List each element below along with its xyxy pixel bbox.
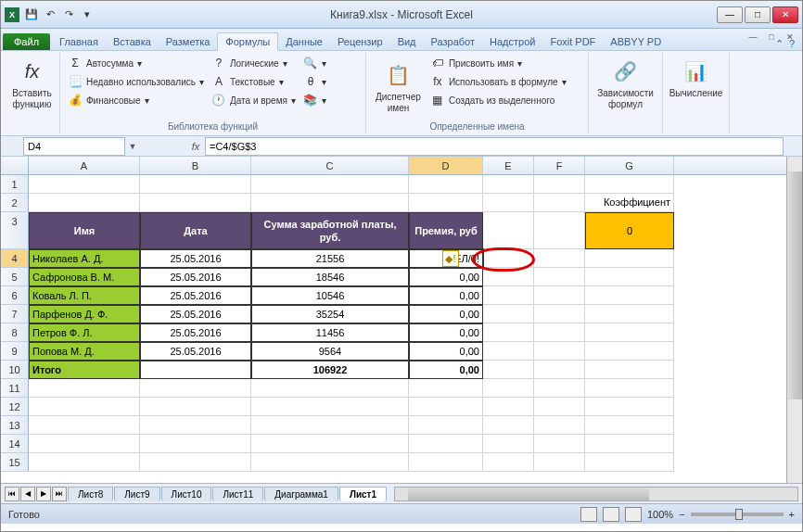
cell-D8[interactable]: 0,00 [409,323,483,342]
tab-abbyy[interactable]: ABBYY PD [603,33,669,50]
row-header-1[interactable]: 1 [1,175,29,194]
cell-G15[interactable] [585,453,674,472]
create-from-selection-button[interactable]: ▦Создать из выделенного [428,92,568,108]
cell-D6[interactable]: 0,00 [409,286,483,305]
sheet-nav-last[interactable]: ⏭ [52,487,67,501]
qat-dropdown-icon[interactable]: ▾ [79,6,96,23]
cell-F7[interactable] [534,305,585,323]
define-name-button[interactable]: 🏷Присвоить имя ▾ [428,55,568,71]
maximize-button[interactable]: □ [745,6,771,23]
cell-F11[interactable] [534,379,585,398]
tab-data[interactable]: Данные [278,33,330,50]
sheet-tab-Диаграмма1[interactable]: Диаграмма1 [264,487,338,501]
name-manager-button[interactable]: 📋 Диспетчер имен [372,55,425,120]
cell-D5[interactable]: 0,00 [409,268,483,286]
zoom-slider[interactable] [691,513,784,516]
cell-E3[interactable] [483,212,534,249]
page-layout-view-button[interactable] [603,507,619,522]
sheet-nav-first[interactable]: ⏮ [5,487,19,501]
financial-button[interactable]: 💰Финансовые ▾ [66,92,206,108]
cell-E5[interactable] [483,268,534,286]
cell-B10[interactable] [140,361,251,379]
cell-E2[interactable] [483,194,534,212]
cell-B4[interactable]: 25.05.2016 [140,249,251,268]
minimize-button[interactable]: — [717,6,743,23]
row-header-8[interactable]: 8 [1,323,29,342]
cell-A7[interactable]: Парфенов Д. Ф. [29,305,140,323]
cell-B12[interactable] [140,398,251,416]
cell-E10[interactable] [483,361,534,379]
cell-E15[interactable] [483,453,534,472]
calculation-button[interactable]: 📊 Вычисление [669,55,723,101]
cell-D9[interactable]: 0,00 [409,342,483,361]
cell-C2[interactable] [251,194,409,212]
zoom-level[interactable]: 100% [647,509,673,520]
cell-B5[interactable]: 25.05.2016 [140,268,251,286]
tab-foxitpdf[interactable]: Foxit PDF [542,33,603,50]
cell-E4[interactable] [483,249,534,268]
cell-B2[interactable] [140,194,251,212]
row-header-3[interactable]: 3 [1,212,29,249]
fx-button[interactable]: fx [186,141,205,152]
recent-button[interactable]: 📃Недавно использовались ▾ [66,73,206,90]
row-header-11[interactable]: 11 [1,379,29,398]
save-icon[interactable]: 💾 [23,6,40,23]
col-header-E[interactable]: E [483,157,534,174]
col-header-A[interactable]: A [29,157,140,174]
cell-A12[interactable] [29,398,140,416]
cell-C11[interactable] [251,379,409,398]
cell-E8[interactable] [483,323,534,342]
cell-G11[interactable] [585,379,674,398]
col-header-D[interactable]: D [409,157,483,174]
tab-addins[interactable]: Надстрой [482,33,542,50]
cell-A1[interactable] [29,175,140,194]
zoom-in-button[interactable]: + [789,509,795,520]
zoom-out-button[interactable]: − [679,509,684,520]
cell-C4[interactable]: 21556 [251,249,409,268]
more-button[interactable]: 📚▾ [301,92,328,108]
row-header-10[interactable]: 10 [1,361,29,379]
row-header-7[interactable]: 7 [1,305,29,323]
cell-F8[interactable] [534,323,585,342]
page-break-view-button[interactable] [625,507,642,522]
undo-icon[interactable]: ↶ [42,6,58,23]
cell-E9[interactable] [483,342,534,361]
name-box[interactable]: D4 [23,137,125,156]
cell-G6[interactable] [585,286,674,305]
cell-B1[interactable] [140,175,251,194]
tab-developer[interactable]: Разработ [424,33,482,50]
cell-D3[interactable]: Премия, руб [409,212,483,249]
cell-F14[interactable] [534,435,585,453]
cell-A11[interactable] [29,379,140,398]
cell-A4[interactable]: Николаев А. Д. [29,249,140,268]
cell-A5[interactable]: Сафронова В. М. [29,268,140,286]
select-all-corner[interactable] [1,157,29,174]
cell-D10[interactable]: 0,00 [409,361,483,379]
cell-A10[interactable]: Итого [29,361,140,379]
namebox-dropdown-icon[interactable]: ▼ [125,142,140,151]
row-header-5[interactable]: 5 [1,268,29,286]
cell-G10[interactable] [585,361,674,379]
cell-E1[interactable] [483,175,534,194]
cell-D15[interactable] [409,453,483,472]
tab-home[interactable]: Главная [52,33,106,50]
datetime-button[interactable]: 🕐Дата и время ▾ [210,92,298,108]
row-header-15[interactable]: 15 [1,453,29,472]
tab-layout[interactable]: Разметка [159,33,218,50]
cell-E7[interactable] [483,305,534,323]
tab-formulas[interactable]: Формулы [217,32,278,51]
mdi-restore[interactable]: □ [763,31,780,44]
cells-area[interactable]: КоэффициентИмяДатаСумма заработной платы… [29,175,802,472]
row-header-14[interactable]: 14 [1,435,29,453]
cell-D13[interactable] [409,416,483,435]
cell-F12[interactable] [534,398,585,416]
vertical-scrollbar[interactable] [786,157,802,483]
formula-bar[interactable]: =C4/$G$3 [205,137,784,156]
sheet-tab-Лист8[interactable]: Лист8 [68,487,113,501]
cell-F4[interactable] [534,249,585,268]
cell-D1[interactable] [409,175,483,194]
autosum-button[interactable]: ΣАвтосумма ▾ [66,55,206,71]
cell-C10[interactable]: 106922 [251,361,409,379]
cell-G2[interactable]: Коэффициент [585,194,674,212]
cell-C8[interactable]: 11456 [251,323,409,342]
